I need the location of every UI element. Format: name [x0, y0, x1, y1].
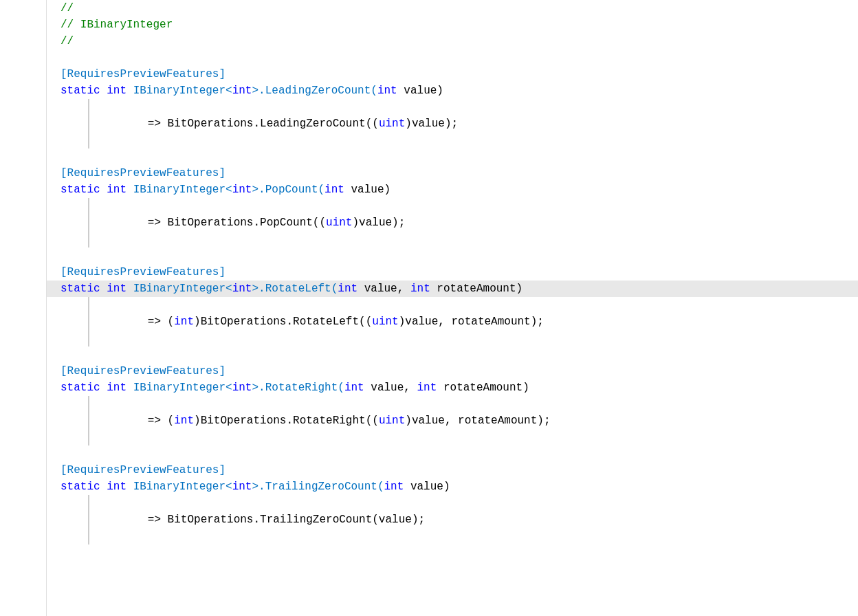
attribute-text: [RequiresPreviewFeatures]: [60, 165, 226, 182]
code-line-highlighted: static int IBinaryInteger<int>.RotateLef…: [47, 280, 858, 297]
param-type: int: [324, 182, 344, 198]
gutter: [0, 0, 47, 616]
body-text: => BitOperations.TrailingZeroCount(value…: [148, 514, 425, 526]
code-line: [RequiresPreviewFeatures]: [47, 66, 858, 82]
param-type2: int: [417, 380, 437, 396]
type-int: int: [232, 82, 252, 99]
keyword-static: static: [60, 380, 107, 396]
code-line: [RequiresPreviewFeatures]: [47, 363, 858, 380]
left-bar: => (int)BitOperations.RotateRight((uint)…: [88, 396, 551, 446]
method-name: IBinaryInteger<: [133, 82, 232, 99]
code-line: static int IBinaryInteger<int>.TrailingZ…: [47, 478, 858, 495]
code-line: [RequiresPreviewFeatures]: [47, 264, 858, 280]
param-name2: rotateAmount): [430, 280, 522, 297]
code-line-body: => (int)BitOperations.RotateLeft((uint)v…: [47, 297, 858, 346]
attribute-text: [RequiresPreviewFeatures]: [60, 462, 226, 478]
code-line: //: [47, 33, 858, 50]
method-name: IBinaryInteger<: [133, 280, 232, 297]
code-line-body: => BitOperations.LeadingZeroCount((uint)…: [47, 99, 858, 148]
code-line: [RequiresPreviewFeatures]: [47, 462, 858, 478]
left-bar: => BitOperations.LeadingZeroCount((uint)…: [88, 99, 458, 148]
attribute-text: [RequiresPreviewFeatures]: [60, 363, 226, 380]
code-line-body: => (int)BitOperations.RotateRight((uint)…: [47, 396, 858, 446]
body-text: => (int)BitOperations.RotateLeft((uint)v…: [148, 316, 544, 328]
code-line: // IBinaryInteger: [47, 16, 858, 33]
keyword-int: int: [107, 82, 133, 99]
type-int: int: [232, 478, 252, 495]
keyword-int: int: [107, 280, 133, 297]
body-text: => BitOperations.LeadingZeroCount((uint)…: [148, 118, 458, 130]
empty-line: [47, 148, 858, 165]
attribute-text: [RequiresPreviewFeatures]: [60, 264, 226, 280]
code-line: static int IBinaryInteger<int>.RotateRig…: [47, 380, 858, 396]
param-name1: value,: [358, 280, 410, 297]
method-name2: >.TrailingZeroCount(: [252, 478, 384, 495]
empty-line: [47, 346, 858, 363]
code-line: static int IBinaryInteger<int>.LeadingZe…: [47, 82, 858, 99]
left-bar: => (int)BitOperations.RotateLeft((uint)v…: [88, 297, 544, 346]
method-name: IBinaryInteger<: [133, 478, 232, 495]
param-type: int: [377, 82, 397, 99]
attribute-text: [RequiresPreviewFeatures]: [60, 66, 226, 82]
code-line: static int IBinaryInteger<int>.PopCount(…: [47, 182, 858, 198]
body-text: => BitOperations.PopCount((uint)value);: [148, 217, 405, 229]
param-type2: int: [410, 280, 430, 297]
keyword-int: int: [107, 182, 133, 198]
param-name2: rotateAmount): [437, 380, 529, 396]
param-name: value): [344, 182, 390, 198]
keyword-int: int: [107, 478, 133, 495]
code-line-body: => BitOperations.PopCount((uint)value);: [47, 198, 858, 248]
empty-line: [47, 50, 858, 66]
param-type1: int: [338, 280, 358, 297]
param-type1: int: [344, 380, 364, 396]
param-type: int: [384, 478, 404, 495]
method-name2: >.PopCount(: [252, 182, 324, 198]
keyword-static: static: [60, 280, 107, 297]
code-container: // // IBinaryInteger // [RequiresPreview…: [0, 0, 858, 616]
type-int: int: [232, 380, 252, 396]
code-line-body: => BitOperations.TrailingZeroCount(value…: [47, 495, 858, 544]
keyword-static: static: [60, 182, 107, 198]
empty-line: [47, 446, 858, 462]
method-name: IBinaryInteger<: [133, 380, 232, 396]
code-area[interactable]: // // IBinaryInteger // [RequiresPreview…: [47, 0, 858, 616]
method-name2: >.RotateRight(: [252, 380, 344, 396]
param-name: value): [397, 82, 443, 99]
comment-text: // IBinaryInteger: [60, 16, 173, 33]
method-name: IBinaryInteger<: [133, 182, 232, 198]
keyword-static: static: [60, 82, 107, 99]
type-int: int: [232, 280, 252, 297]
body-text: => (int)BitOperations.RotateRight((uint)…: [148, 415, 551, 427]
left-bar: => BitOperations.PopCount((uint)value);: [88, 198, 405, 248]
code-line: [RequiresPreviewFeatures]: [47, 165, 858, 182]
type-int: int: [232, 182, 252, 198]
param-name1: value,: [364, 380, 417, 396]
method-name2: >.LeadingZeroCount(: [252, 82, 377, 99]
method-name2: >.RotateLeft(: [252, 280, 338, 297]
left-bar: => BitOperations.TrailingZeroCount(value…: [88, 495, 425, 544]
code-line: //: [47, 0, 858, 16]
comment-text: //: [60, 0, 74, 16]
keyword-static: static: [60, 478, 107, 495]
keyword-int: int: [107, 380, 133, 396]
comment-text: //: [60, 33, 74, 50]
empty-line: [47, 248, 858, 264]
param-name: value): [404, 478, 450, 495]
